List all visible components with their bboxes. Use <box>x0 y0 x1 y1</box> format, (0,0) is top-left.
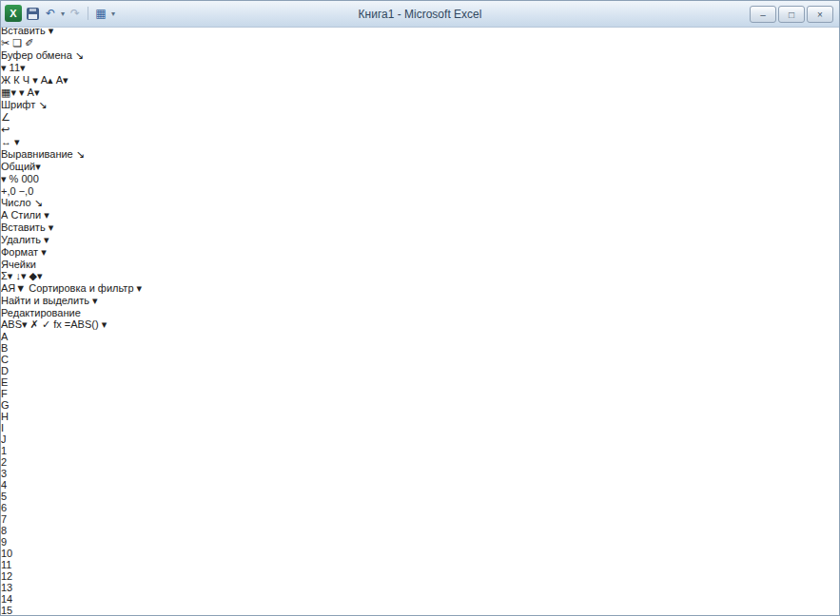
row-header-10[interactable]: 10 <box>1 548 839 559</box>
chevron-down-icon[interactable]: ▾ <box>22 318 28 330</box>
letter-a: А <box>41 74 48 86</box>
fill-color-button[interactable]: ▾ <box>19 87 25 98</box>
autosum-button[interactable]: Σ▾ <box>1 270 12 281</box>
currency-format-button[interactable]: ▾ <box>1 173 7 184</box>
window-maximize-button[interactable]: □ <box>778 6 805 23</box>
formula-bar-expand-icon[interactable]: ▾ <box>102 318 107 330</box>
row-header-12[interactable]: 12 <box>1 570 839 582</box>
copy-button[interactable]: ❏ <box>12 37 22 48</box>
row-header-1[interactable]: 1 <box>1 445 839 456</box>
format-painter-button[interactable]: ✐ <box>25 37 33 48</box>
delete-cells-label: Удалить <box>1 234 41 245</box>
cut-button[interactable]: ✂ <box>1 37 10 48</box>
excel-app-icon[interactable]: X <box>5 5 22 22</box>
chevron-down-icon: ▾ <box>49 221 54 233</box>
column-header-G[interactable]: G <box>1 399 62 411</box>
number-format-select[interactable]: Общий▾ <box>1 161 41 172</box>
window-minimize-button[interactable]: – <box>750 6 776 23</box>
title-bar: X ↶ ▾ ↷ ▦ ▾ Книга1 - Microsoft Excel – □… <box>1 1 839 28</box>
chevron-down-icon: ▾ <box>1 62 7 73</box>
quick-access-customize-button[interactable]: ▾ <box>111 10 115 18</box>
redo-button[interactable]: ↷ <box>68 5 83 22</box>
number-dialog-launcher[interactable]: ↘ <box>34 197 43 208</box>
name-box-value: ABS <box>1 318 22 330</box>
row-header-9[interactable]: 9 <box>1 536 839 548</box>
column-header-C[interactable]: C <box>1 354 75 365</box>
sort-filter-button[interactable]: АЯ▼ Сортировка и фильтр ▾ <box>1 282 839 295</box>
styles-button[interactable]: А Стили ▾ <box>1 209 839 221</box>
chevron-down-icon: ▾ <box>44 234 49 245</box>
underline-button[interactable]: Ч <box>23 74 29 86</box>
italic-button[interactable]: К <box>13 74 19 86</box>
column-header-J[interactable]: J <box>1 433 62 445</box>
window-title: Книга1 - Microsoft Excel <box>1 1 839 28</box>
underline-dropdown-icon[interactable]: ▾ <box>32 74 38 86</box>
row-header-15[interactable]: 15 <box>1 605 839 616</box>
column-header-D[interactable]: D <box>1 365 62 376</box>
clipboard-dialog-launcher[interactable]: ↘ <box>75 49 84 61</box>
row-header-7[interactable]: 7 <box>1 513 839 525</box>
column-header-B[interactable]: B <box>1 342 115 354</box>
number-group: Общий▾ ▾ % 000 +,0 −,0 Число ↘ <box>1 161 839 209</box>
merge-center-button[interactable]: ↔ <box>1 136 11 147</box>
decrease-font-button[interactable]: А▾ <box>56 74 68 86</box>
wrap-text-button[interactable]: ↩ <box>1 124 10 135</box>
find-select-button[interactable]: Найти и выделить ▾ <box>1 295 839 307</box>
orientation-button[interactable]: ∠ <box>1 111 10 123</box>
row-header-5[interactable]: 5 <box>1 491 839 502</box>
row-header-4[interactable]: 4 <box>1 479 839 491</box>
merge-dropdown-icon[interactable]: ▾ <box>14 136 20 147</box>
confirm-entry-button[interactable]: ✓ <box>42 318 50 330</box>
row-header-14[interactable]: 14 <box>1 593 839 605</box>
font-size-select[interactable]: 11▾ <box>10 62 26 73</box>
fill-button[interactable]: ↓▾ <box>15 270 26 281</box>
row-header-3[interactable]: 3 <box>1 468 839 479</box>
cells-group-label: Ячейки <box>1 259 36 270</box>
save-button[interactable] <box>25 5 40 22</box>
window-close-button[interactable]: × <box>807 6 833 23</box>
row-header-2[interactable]: 2 <box>1 456 839 468</box>
row-header-6[interactable]: 6 <box>1 502 839 513</box>
worksheet-grid[interactable]: ABCDEFGHIJ123456789101112131415161718192… <box>1 331 839 616</box>
chevron-down-icon: ▾ <box>1 173 7 184</box>
increase-decimal-button[interactable]: +,0 <box>1 185 16 197</box>
comma-format-button[interactable]: 000 <box>21 173 38 184</box>
column-header-F[interactable]: F <box>1 388 62 399</box>
formula-input[interactable]: =ABS() <box>65 318 99 330</box>
chevron-down-icon: ▾ <box>20 62 26 73</box>
delete-cells-button[interactable]: Удалить ▾ <box>1 234 839 246</box>
font-group: ▾ 11▾ Ж К Ч ▾ А▴ А▾ ▦▾ ▾ А▾ Шрифт ↘ <box>1 62 839 111</box>
row-header-11[interactable]: 11 <box>1 559 839 570</box>
cancel-entry-button[interactable]: ✗ <box>30 318 39 330</box>
font-name-select[interactable]: ▾ <box>1 62 7 73</box>
undo-dropdown-icon[interactable]: ▾ <box>61 10 65 18</box>
name-box[interactable]: ABS▾ <box>1 318 28 330</box>
column-header-I[interactable]: I <box>1 422 62 433</box>
formula-buttons: ✗ ✓ fx <box>30 318 65 330</box>
column-header-H[interactable]: H <box>1 411 62 422</box>
insert-function-button[interactable]: fx <box>53 318 62 330</box>
decrease-decimal-button[interactable]: −,0 <box>19 185 34 197</box>
increase-font-button[interactable]: А▴ <box>41 74 53 86</box>
column-header-E[interactable]: E <box>1 376 62 388</box>
quick-access-grid-icon[interactable]: ▦ <box>93 5 108 22</box>
styles-label: Стили <box>10 209 41 221</box>
row-header-8[interactable]: 8 <box>1 525 839 536</box>
bold-button[interactable]: Ж <box>1 74 10 86</box>
font-color-button[interactable]: А▾ <box>28 87 40 98</box>
undo-button[interactable]: ↶ <box>43 5 58 22</box>
font-dialog-launcher[interactable]: ↘ <box>38 99 47 110</box>
chevron-down-icon: ▾ <box>44 209 49 221</box>
column-header-A[interactable]: A <box>1 331 147 342</box>
chevron-down-icon: ▾ <box>92 295 98 306</box>
alignment-dialog-launcher[interactable]: ↘ <box>76 148 85 160</box>
row-header-13[interactable]: 13 <box>1 582 839 593</box>
percent-format-button[interactable]: % <box>10 173 19 184</box>
insert-cells-button[interactable]: Вставить ▾ <box>1 221 839 234</box>
clear-button[interactable]: ◆▾ <box>29 270 43 281</box>
down-icon: ▾ <box>63 74 68 86</box>
borders-button[interactable]: ▦▾ <box>1 87 16 98</box>
clipboard-group-label: Буфер обмена <box>1 49 72 61</box>
save-icon <box>27 8 39 20</box>
format-cells-button[interactable]: Формат ▾ <box>1 246 839 259</box>
